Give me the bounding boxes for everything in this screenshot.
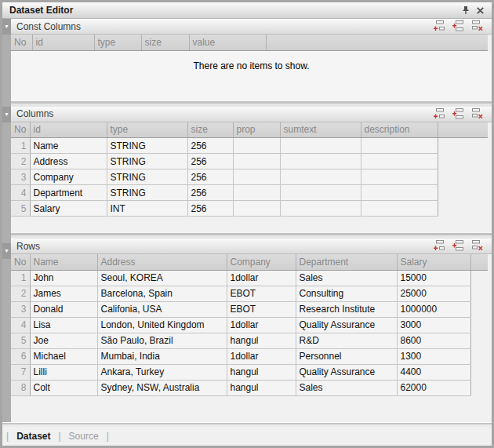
row-number-cell[interactable]: 6: [11, 348, 30, 364]
row-number-cell[interactable]: 4: [11, 317, 30, 333]
column-header[interactable]: prop: [233, 122, 280, 138]
table-cell[interactable]: Lilli: [30, 364, 97, 380]
table-cell[interactable]: 256: [187, 138, 233, 154]
table-cell[interactable]: Mumbai, India: [97, 348, 227, 364]
column-header[interactable]: type: [94, 35, 141, 50]
table-cell[interactable]: Colt: [30, 380, 97, 395]
table-cell[interactable]: 256: [187, 169, 233, 185]
column-header[interactable]: description: [361, 122, 438, 138]
table-cell[interactable]: Department: [30, 185, 107, 201]
table-cell[interactable]: [233, 154, 280, 169]
column-header[interactable]: No: [11, 254, 30, 270]
table-cell[interactable]: 15000: [397, 270, 470, 286]
column-header[interactable]: Department: [296, 254, 397, 270]
table-cell[interactable]: 256: [187, 185, 233, 201]
column-header[interactable]: Company: [227, 254, 296, 270]
table-cell[interactable]: Research Institute: [296, 301, 397, 317]
column-header[interactable]: type: [107, 122, 187, 138]
row-number-cell[interactable]: 2: [11, 286, 30, 301]
table-cell[interactable]: Company: [30, 169, 107, 185]
table-cell[interactable]: INT: [107, 201, 187, 217]
table-cell[interactable]: Sales: [296, 270, 397, 286]
collapse-rows-button[interactable]: ▼: [2, 243, 11, 259]
insert-row-button[interactable]: [452, 108, 465, 120]
table-cell[interactable]: [233, 138, 280, 154]
row-number-cell[interactable]: 7: [11, 364, 30, 380]
table-cell[interactable]: Personnel: [296, 348, 397, 364]
row-number-cell[interactable]: 1: [11, 270, 30, 286]
table-cell[interactable]: [280, 138, 361, 154]
row-number-cell[interactable]: 1: [11, 138, 30, 154]
table-cell[interactable]: 62000: [397, 380, 470, 395]
table-cell[interactable]: Quality Assurance: [296, 317, 397, 333]
delete-row-button[interactable]: [470, 20, 484, 32]
table-cell[interactable]: Seoul, KOREA: [97, 270, 227, 286]
tab-dataset[interactable]: Dataset: [9, 431, 58, 442]
table-cell[interactable]: Barcelona, Spain: [97, 286, 227, 301]
close-button[interactable]: [473, 4, 487, 16]
table-cell[interactable]: 25000: [397, 286, 470, 301]
table-cell[interactable]: hangul: [227, 333, 296, 348]
table-cell[interactable]: hangul: [227, 364, 296, 380]
table-cell[interactable]: [233, 185, 280, 201]
table-cell[interactable]: Lisa: [30, 317, 97, 333]
table-cell[interactable]: R&D: [296, 333, 397, 348]
table-cell[interactable]: 1300: [397, 348, 470, 364]
row-number-cell[interactable]: 2: [11, 154, 30, 169]
table-cell[interactable]: Ankara, Turkey: [97, 364, 227, 380]
insert-row-button[interactable]: [452, 240, 465, 252]
table-cell[interactable]: STRING: [107, 185, 187, 201]
table-cell[interactable]: Joe: [30, 333, 97, 348]
column-header[interactable]: Address: [97, 254, 227, 270]
table-cell[interactable]: Name: [30, 138, 107, 154]
table-cell[interactable]: 3000: [397, 317, 470, 333]
column-header[interactable]: id: [30, 122, 107, 138]
column-header[interactable]: Name: [30, 254, 97, 270]
column-header[interactable]: Salary: [397, 254, 470, 270]
column-header[interactable]: size: [187, 122, 233, 138]
table-cell[interactable]: [361, 138, 438, 154]
table-cell[interactable]: EBOT: [227, 301, 296, 317]
column-header[interactable]: No: [11, 35, 32, 50]
table-cell[interactable]: Donald: [30, 301, 97, 317]
table-cell[interactable]: 1dollar: [227, 348, 296, 364]
table-cell[interactable]: 1dollar: [227, 317, 296, 333]
table-cell[interactable]: James: [30, 286, 97, 301]
table-cell[interactable]: [233, 169, 280, 185]
column-header[interactable]: id: [32, 35, 94, 50]
table-cell[interactable]: Salary: [30, 201, 107, 217]
add-row-button[interactable]: [433, 20, 446, 32]
table-cell[interactable]: Michael: [30, 348, 97, 364]
table-cell[interactable]: 4400: [397, 364, 470, 380]
add-row-button[interactable]: [433, 240, 446, 252]
table-cell[interactable]: Sales: [296, 380, 397, 395]
table-cell[interactable]: Sydney, NSW, Australia: [97, 380, 227, 395]
table-cell[interactable]: 1000000: [397, 301, 470, 317]
table-cell[interactable]: STRING: [107, 154, 187, 169]
tab-source[interactable]: Source: [61, 431, 107, 442]
add-row-button[interactable]: [433, 108, 446, 120]
column-header[interactable]: No: [11, 122, 30, 138]
insert-row-button[interactable]: [452, 20, 465, 32]
pin-button[interactable]: [459, 4, 473, 16]
column-header[interactable]: value: [189, 35, 266, 50]
table-cell[interactable]: STRING: [107, 138, 187, 154]
table-cell[interactable]: London, United Kingdom: [97, 317, 227, 333]
table-cell[interactable]: Califonia, USA: [97, 301, 227, 317]
row-number-cell[interactable]: 4: [11, 185, 30, 201]
table-cell[interactable]: 256: [187, 154, 233, 169]
table-cell[interactable]: STRING: [107, 169, 187, 185]
row-number-cell[interactable]: 3: [11, 169, 30, 185]
table-cell[interactable]: [280, 185, 361, 201]
row-number-cell[interactable]: 5: [11, 333, 30, 348]
table-cell[interactable]: [361, 201, 438, 217]
table-cell[interactable]: hangul: [227, 380, 296, 395]
collapse-const-columns-button[interactable]: ▼: [2, 19, 11, 35]
column-header[interactable]: size: [141, 35, 189, 50]
table-cell[interactable]: EBOT: [227, 286, 296, 301]
table-cell[interactable]: 8600: [397, 333, 470, 348]
table-cell[interactable]: John: [30, 270, 97, 286]
table-cell[interactable]: Consulting: [296, 286, 397, 301]
collapse-columns-button[interactable]: ▼: [2, 107, 11, 122]
table-cell[interactable]: [233, 201, 280, 217]
